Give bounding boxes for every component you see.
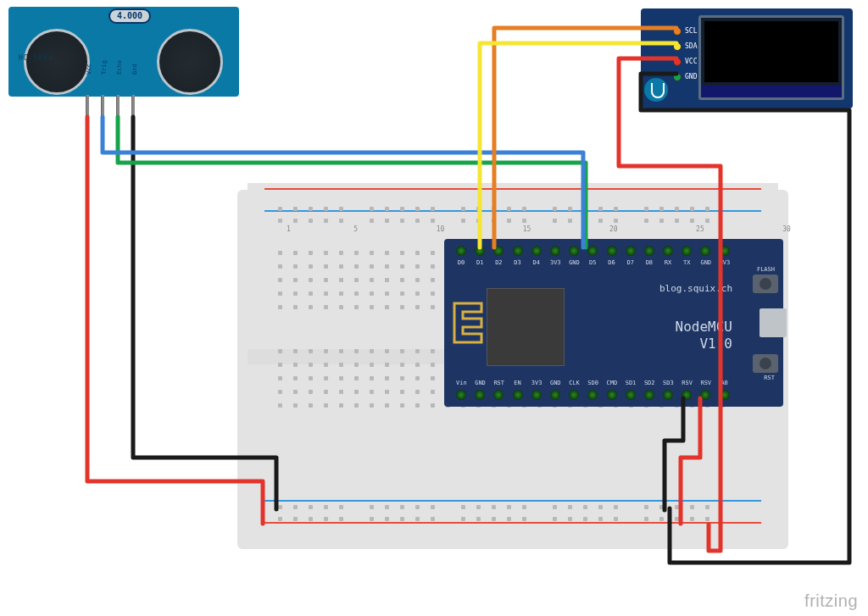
- flash-button[interactable]: [753, 275, 778, 293]
- usb-port-icon: [760, 308, 787, 337]
- oled-dot-scl: [673, 27, 682, 36]
- mcu-name-label: NodeMCU: [676, 319, 732, 335]
- ultrasonic-sensor: 4.000 HC-SR04 Vcc Trig Echo Gnd: [8, 7, 239, 97]
- mcu-url-label: blog.squix.ch: [659, 283, 732, 294]
- breadboard-rail-bottom: [248, 495, 778, 530]
- oled-logo-icon: [644, 78, 668, 102]
- breadboard-rail-top: [248, 183, 778, 219]
- oled-pin-labels: SCL SDA VCC GND: [673, 24, 697, 85]
- oled-dot-vcc: [673, 58, 682, 66]
- oled-screen: [698, 15, 844, 100]
- flash-button-label: FLASH: [757, 266, 775, 273]
- sensor-pin-vcc: [86, 95, 89, 117]
- sensor-transducer-right: [157, 29, 223, 95]
- sensor-model-label: HC-SR04: [19, 54, 53, 62]
- sensor-pin-gnd: [131, 95, 135, 117]
- sensor-transducer-left: [24, 29, 90, 95]
- mcu-pinlabels-bottom: VinGNDRSTEN3V3GNDCLKSD0CMDSD1SD2SD3RSVRS…: [456, 380, 730, 386]
- mcu-pinlabels-top: D0D1D2D3D43V3GNDD5D6D7D8RXTXGND3V3: [456, 259, 730, 266]
- breadboard-col-numbers-top: 1 5 10 15 20 25 30: [287, 225, 791, 233]
- sensor-display: 4.000: [108, 8, 151, 24]
- antenna-icon: [451, 300, 485, 351]
- reset-button[interactable]: [753, 354, 778, 373]
- esp8266-chip-icon: [487, 288, 565, 366]
- sensor-pin-trig: [101, 95, 104, 117]
- mcu-version-label: V1.0: [699, 336, 732, 352]
- watermark-label: fritzing: [804, 591, 858, 611]
- oled-module: SCL SDA VCC GND: [641, 8, 853, 108]
- reset-button-label: RST: [764, 375, 775, 381]
- sensor-pin-echo: [116, 95, 120, 117]
- mcu-pinrow-top: [456, 246, 730, 256]
- mcu-pinrow-bottom: [456, 390, 730, 400]
- nodemcu-board: D0D1D2D3D43V3GNDD5D6D7D8RXTXGND3V3 blog.…: [444, 239, 783, 407]
- oled-dot-sda: [673, 42, 682, 51]
- oled-dot-gnd: [673, 73, 682, 81]
